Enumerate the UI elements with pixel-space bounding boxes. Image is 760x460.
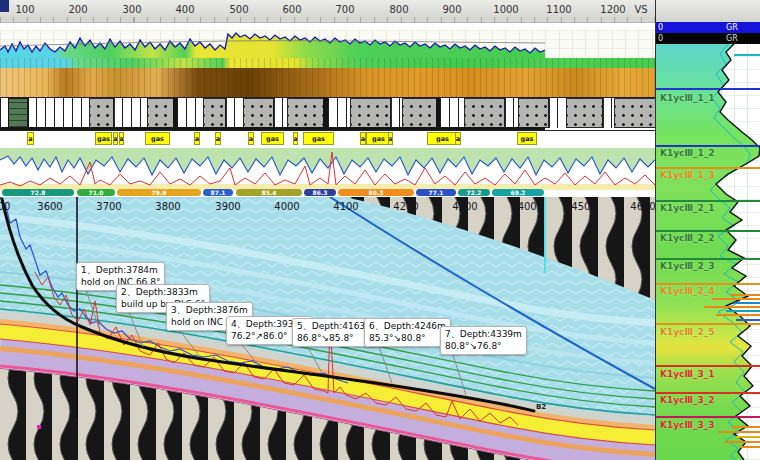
lithology-segment (8, 98, 29, 128)
gr-header-black[interactable]: 0 GR (656, 33, 760, 44)
inclination-pill: 71.0 (77, 189, 115, 196)
vs-ruler-label: 500 (229, 4, 248, 15)
zone-label: K1ycⅢ_2_2 (660, 233, 714, 243)
zone-label: K1ycⅢ_2_4 (660, 286, 714, 296)
annotation-depth: Depth:3876m (186, 305, 248, 315)
lithology-segment (614, 98, 657, 128)
zone-label: K1ycⅢ_3_3 (660, 420, 714, 430)
vs-ruler-label: VS (634, 4, 647, 15)
gr-colormap-band[interactable] (0, 58, 655, 68)
inclination-pill: 86.3 (304, 189, 336, 196)
gr-scale-min: 0 (658, 34, 663, 43)
inclination-pills-row: 72.871.079.987.185.486.380.377.172.269.2 (0, 189, 655, 197)
gas-show-flag: gas (303, 132, 334, 145)
gas-show-flag: gas (95, 132, 112, 145)
lithology-segment (566, 98, 604, 128)
inclination-pill: 80.3 (338, 189, 414, 196)
annotation-number: 4、 (231, 319, 246, 329)
inclination-pill: 72.2 (458, 189, 490, 196)
annotation-number: 3、 (171, 305, 186, 315)
lithology-segment (0, 98, 8, 128)
lithology-segment (548, 98, 566, 128)
lithology-segment (402, 98, 438, 128)
gas-show-flag: a (388, 132, 393, 145)
lithology-segment (203, 98, 227, 128)
vs-ruler-label: 300 (122, 4, 141, 15)
inclination-pill: 72.8 (2, 189, 74, 196)
lithology-segment (243, 98, 275, 128)
geosteering-app: 100200300400500600700800900100011001200V… (0, 0, 760, 460)
lithology-segment (440, 98, 464, 128)
annotation-depth: Depth:3833m (136, 287, 198, 297)
inclination-pill: 87.1 (203, 189, 233, 196)
lithology-baseline (0, 127, 545, 130)
vs-ruler-label: 700 (335, 4, 354, 15)
zone-label: K1ycⅢ_2_1 (660, 203, 714, 213)
annotation-detail: 76.2°↗86.0° (231, 331, 288, 341)
zone-label: K1ycⅢ_1_3 (660, 170, 714, 180)
gas-show-flag: a (455, 132, 461, 145)
vs-ruler-label: 1000 (493, 4, 518, 15)
zone-label: K1ycⅢ_1_1 (660, 93, 714, 103)
trajectory-end-label: B2 (536, 403, 546, 411)
trajectory-annotation[interactable]: 7、Depth:4339m 80.8°↘76.8° (440, 326, 527, 355)
lithology-segment (89, 98, 115, 128)
gas-show-flag: gas (517, 132, 537, 145)
gr-curve-svg (0, 30, 655, 58)
lithology-track[interactable] (0, 97, 655, 131)
annotation-detail: 86.8°↘85.8° (297, 333, 354, 343)
lithology-segment (350, 98, 392, 128)
gr-header-title: GR (726, 34, 738, 43)
vs-ruler-label: 900 (442, 4, 461, 15)
inclination-pill: 77.1 (416, 189, 456, 196)
zone-label: K1ycⅢ_3_2 (660, 395, 714, 405)
vs-ruler-label: 200 (68, 4, 87, 15)
vs-ruler-label: 800 (389, 4, 408, 15)
gr-header-title: GR (726, 23, 738, 32)
annotation-detail: 85.3°↘80.8° (369, 333, 426, 343)
seismic-section[interactable]: 0036003700380039004000410042004300440045… (0, 197, 655, 460)
gr-type-log[interactable]: K1ycⅢ_1_1K1ycⅢ_1_2K1ycⅢ_1_3K1ycⅢ_2_1K1yc… (656, 44, 760, 460)
dual-curve-track[interactable] (0, 148, 655, 190)
lithology-segment (225, 98, 243, 128)
gr-header-blue[interactable]: 0 GR (656, 22, 760, 33)
lithology-segment (464, 98, 506, 128)
vs-ruler-label: 600 (282, 4, 301, 15)
gas-show-flag: a (27, 132, 34, 145)
inclination-pill: 85.4 (236, 189, 302, 196)
lithology-segment (518, 98, 550, 128)
lithology-segment (287, 98, 325, 128)
gas-show-flag: a (194, 132, 200, 145)
annotation-number: 5、 (297, 321, 312, 331)
gas-show-track[interactable]: agasaagasaaagasagasagasagasagas (0, 131, 655, 148)
vs-ruler-label: 100 (15, 4, 34, 15)
gr-curve-track[interactable] (0, 30, 655, 58)
gas-show-flag: a (293, 132, 298, 145)
window-corner-block (0, 0, 9, 12)
magenta-marker (37, 425, 41, 429)
annotation-number: 1、 (81, 265, 96, 275)
vs-ruler[interactable]: 100200300400500600700800900100011001200V… (0, 0, 760, 23)
gas-show-flag: a (113, 132, 118, 145)
image-log-band[interactable] (0, 68, 655, 97)
vs-ruler-label: 1100 (546, 4, 571, 15)
inclination-pill: 79.9 (117, 189, 201, 196)
lithology-segment (273, 98, 287, 128)
vs-ruler-ticks (0, 17, 655, 22)
gas-show-flag: gas (145, 132, 170, 145)
gas-show-flag: gas (261, 132, 284, 145)
inclination-pill: 69.2 (492, 189, 544, 196)
annotation-depth: Depth:4339m (460, 329, 522, 339)
annotation-number: 6、 (369, 321, 384, 331)
dual-curve-svg (0, 148, 655, 190)
lithology-segment (27, 98, 89, 128)
trajectory-annotation[interactable]: 6、Depth:4246m 85.3°↘80.8° (364, 318, 451, 347)
gr-scale-min: 0 (658, 23, 663, 32)
gr-reference-panel[interactable]: 0 GR 0 GR (655, 0, 760, 460)
log-tracks: agasaagasaaagasagasagasagasagas 72.871.0… (0, 23, 655, 197)
lithology-segment (177, 98, 203, 128)
lithology-segment (113, 98, 147, 128)
zone-label: K1ycⅢ_3_1 (660, 369, 714, 379)
lithology-segment (147, 98, 175, 128)
gas-show-flag: a (119, 132, 124, 145)
